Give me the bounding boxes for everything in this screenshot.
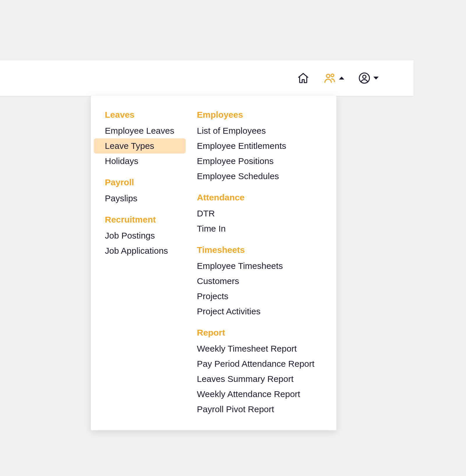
svg-point-3 (363, 75, 366, 78)
menu-item-employee-positions[interactable]: Employee Positions (186, 154, 333, 169)
section-gap (186, 319, 333, 326)
dropdown-column-2: Employees List of Employees Employee Ent… (186, 108, 333, 417)
menu-item-payroll-pivot-report[interactable]: Payroll Pivot Report (186, 402, 333, 417)
menu-item-employee-timesheets[interactable]: Employee Timesheets (186, 258, 333, 274)
menu-item-dtr[interactable]: DTR (186, 206, 333, 221)
svg-point-1 (331, 74, 334, 77)
menu-item-leaves-summary-report[interactable]: Leaves Summary Report (186, 371, 333, 387)
menu-item-employee-entitlements[interactable]: Employee Entitlements (186, 138, 333, 154)
menu-item-job-applications[interactable]: Job Applications (94, 243, 186, 258)
section-gap (94, 169, 186, 176)
section-title-leaves: Leaves (94, 108, 186, 123)
caret-up-icon (339, 77, 344, 80)
section-gap (186, 184, 333, 191)
section-title-report: Report (186, 326, 333, 341)
topbar (0, 60, 414, 96)
menu-item-time-in[interactable]: Time In (186, 221, 333, 236)
menu-item-project-activities[interactable]: Project Activities (186, 304, 333, 319)
people-menu-button[interactable] (323, 72, 344, 84)
menu-item-weekly-attendance-report[interactable]: Weekly Attendance Report (186, 387, 333, 402)
navigation-dropdown: Leaves Employee Leaves Leave Types Holid… (91, 96, 336, 430)
caret-down-icon (373, 77, 379, 80)
menu-item-pay-period-attendance-report[interactable]: Pay Period Attendance Report (186, 356, 333, 371)
section-title-payroll: Payroll (94, 176, 186, 191)
section-title-timesheets: Timesheets (186, 243, 333, 258)
menu-item-employee-schedules[interactable]: Employee Schedules (186, 169, 333, 184)
menu-item-job-postings[interactable]: Job Postings (94, 228, 186, 243)
menu-item-employee-leaves[interactable]: Employee Leaves (94, 123, 186, 138)
menu-item-payslips[interactable]: Payslips (94, 191, 186, 206)
menu-item-weekly-timesheet-report[interactable]: Weekly Timesheet Report (186, 341, 333, 356)
user-menu-button[interactable] (358, 72, 379, 84)
menu-item-projects[interactable]: Projects (186, 289, 333, 304)
menu-item-list-of-employees[interactable]: List of Employees (186, 123, 333, 138)
svg-point-0 (326, 74, 330, 78)
menu-item-holidays[interactable]: Holidays (94, 154, 186, 169)
section-gap (94, 206, 186, 213)
menu-item-customers[interactable]: Customers (186, 274, 333, 289)
section-title-employees: Employees (186, 108, 333, 123)
section-title-attendance: Attendance (186, 191, 333, 206)
dropdown-column-1: Leaves Employee Leaves Leave Types Holid… (94, 108, 186, 417)
menu-item-leave-types[interactable]: Leave Types (94, 138, 186, 154)
section-title-recruitment: Recruitment (94, 213, 186, 228)
user-icon (358, 72, 370, 84)
home-icon (297, 72, 309, 84)
section-gap (186, 236, 333, 243)
people-icon (323, 72, 336, 84)
home-button[interactable] (297, 72, 309, 84)
